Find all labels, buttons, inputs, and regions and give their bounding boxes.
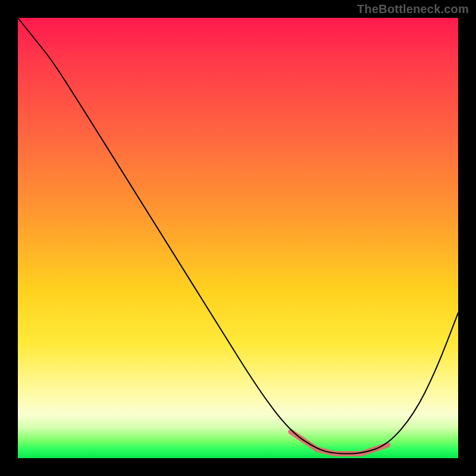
optimal-range-highlight bbox=[291, 432, 388, 454]
curve-layer bbox=[18, 18, 458, 458]
plot-area bbox=[18, 18, 458, 458]
chart-frame: TheBottleneck.com bbox=[0, 0, 476, 476]
bottleneck-curve bbox=[18, 18, 458, 454]
watermark-text: TheBottleneck.com bbox=[357, 2, 469, 16]
